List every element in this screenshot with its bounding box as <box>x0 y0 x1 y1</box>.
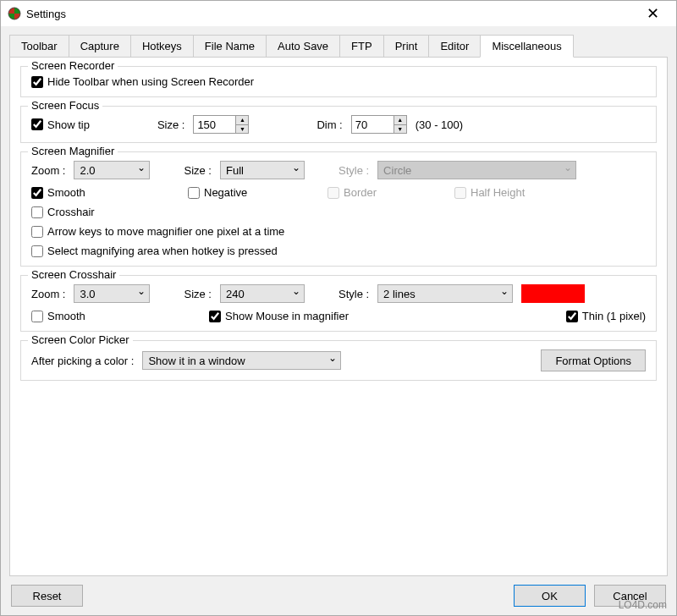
group-screen-crosshair: Screen Crosshair Zoom : 3.0 Size : 240 S… <box>20 275 657 332</box>
label-zoom: Zoom : <box>31 288 65 300</box>
group-title: Screen Magnifier <box>28 145 118 157</box>
tab-ftp[interactable]: FTP <box>339 35 384 58</box>
format-options-button[interactable]: Format Options <box>541 349 646 371</box>
checkbox-crosshair[interactable]: Crosshair <box>31 206 95 218</box>
label-style: Style : <box>338 164 369 177</box>
checkbox-thin[interactable]: Thin (1 pixel) <box>566 310 646 322</box>
tab-toolbar[interactable]: Toolbar <box>9 35 69 58</box>
label-dim: Dim : <box>316 118 342 131</box>
checkbox-half-height: Half Height <box>454 186 525 199</box>
group-title: Screen Recorder <box>28 59 118 72</box>
combo-magnifier-zoom[interactable]: 2.0 <box>74 161 150 179</box>
spin-up[interactable]: ▲ <box>394 116 406 125</box>
checkbox-show-mouse[interactable]: Show Mouse in magnifier <box>209 310 349 322</box>
tab-editor[interactable]: Editor <box>428 35 481 58</box>
tab-hotkeys[interactable]: Hotkeys <box>130 35 194 58</box>
spin-down[interactable]: ▼ <box>394 125 406 134</box>
label-zoom: Zoom : <box>31 164 65 177</box>
button-row: Reset OK Cancel <box>9 576 668 615</box>
spin-up[interactable]: ▲ <box>236 116 248 125</box>
spinner-focus-dim[interactable]: ▲▼ <box>351 115 407 134</box>
checkbox-label: Show tip <box>47 118 90 131</box>
tab-autosave[interactable]: Auto Save <box>266 35 340 58</box>
combo-magnifier-style: Circle <box>377 161 576 179</box>
group-screen-recorder: Screen Recorder Hide Toolbar when using … <box>20 66 657 97</box>
checkbox-show-tip[interactable]: Show tip <box>31 118 90 131</box>
label-after-picking: After picking a color : <box>31 355 134 367</box>
combo-after-picking[interactable]: Show it in a window <box>142 351 341 370</box>
reset-button[interactable]: Reset <box>11 585 83 607</box>
checkbox-hide-toolbar[interactable]: Hide Toolbar when using Screen Recorder <box>31 75 254 88</box>
label-size: Size : <box>184 288 212 300</box>
checkbox-select-area[interactable]: Select magnifying area when hotkey is pr… <box>31 245 278 257</box>
combo-crosshair-style[interactable]: 2 lines <box>377 284 513 303</box>
tab-miscellaneous[interactable]: Miscellaneous <box>480 35 573 58</box>
app-icon <box>8 7 21 20</box>
group-title: Screen Focus <box>28 99 102 112</box>
label-style: Style : <box>338 288 369 300</box>
tab-capture[interactable]: Capture <box>69 35 131 58</box>
settings-window: Settings ✕ Toolbar Capture Hotkeys File … <box>0 0 677 616</box>
label-size: Size : <box>157 118 185 131</box>
checkbox-smooth[interactable]: Smooth <box>31 186 179 199</box>
checkbox-negative[interactable]: Negative <box>188 186 319 199</box>
checkbox-arrow-keys[interactable]: Arrow keys to move magnifier one pixel a… <box>31 225 284 238</box>
group-title: Screen Crosshair <box>28 268 119 281</box>
label-size: Size : <box>184 164 212 177</box>
group-screen-focus: Screen Focus Show tip Size : ▲▼ Dim : <box>20 106 657 143</box>
combo-crosshair-size[interactable]: 240 <box>220 284 305 303</box>
focus-dim-input[interactable] <box>351 115 394 134</box>
color-swatch[interactable] <box>521 284 585 303</box>
titlebar: Settings ✕ <box>1 1 676 26</box>
label-dim-hint: (30 - 100) <box>416 118 463 131</box>
group-color-picker: Screen Color Picker After picking a colo… <box>20 340 657 381</box>
tab-print[interactable]: Print <box>383 35 430 58</box>
group-screen-magnifier: Screen Magnifier Zoom : 2.0 Size : Full … <box>20 151 657 267</box>
checkbox-border: Border <box>327 186 446 199</box>
client-area: Toolbar Capture Hotkeys File Name Auto S… <box>1 26 676 615</box>
window-title: Settings <box>26 8 636 20</box>
watermark: LO4D.com <box>619 599 667 611</box>
tabstrip: Toolbar Capture Hotkeys File Name Auto S… <box>9 35 668 58</box>
group-title: Screen Color Picker <box>28 333 133 346</box>
combo-crosshair-zoom[interactable]: 3.0 <box>74 284 150 303</box>
tab-filename[interactable]: File Name <box>193 35 267 58</box>
ok-button[interactable]: OK <box>514 585 586 607</box>
combo-magnifier-size[interactable]: Full <box>220 161 305 179</box>
spin-down[interactable]: ▼ <box>236 125 248 134</box>
spinner-focus-size[interactable]: ▲▼ <box>193 115 249 134</box>
tabpanel-miscellaneous: Screen Recorder Hide Toolbar when using … <box>9 57 668 576</box>
checkbox-crosshair-smooth[interactable]: Smooth <box>31 310 201 322</box>
checkbox-label: Hide Toolbar when using Screen Recorder <box>47 75 254 88</box>
close-button[interactable]: ✕ <box>636 4 669 23</box>
focus-size-input[interactable] <box>193 115 235 134</box>
